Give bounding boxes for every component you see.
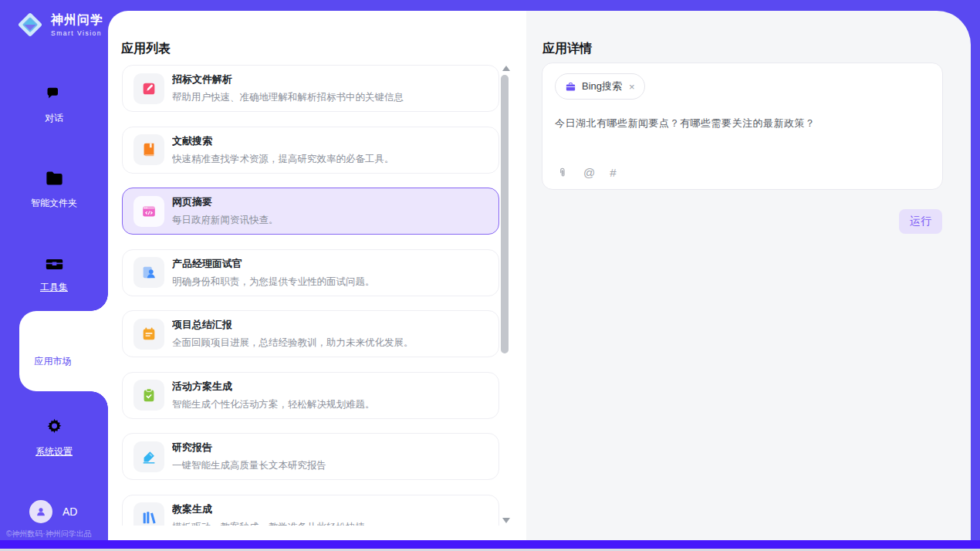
toolbox-icon <box>44 252 65 273</box>
app-list: 招标文件解析帮助用户快速、准确地理解和解析招标书中的关键信息文献搜索快速精准查找… <box>122 65 499 526</box>
clipboard-check-icon <box>133 380 164 411</box>
app-list-panel: 应用列表 招标文件解析帮助用户快速、准确地理解和解析招标书中的关键信息文献搜索快… <box>108 11 526 540</box>
list-item-desc: 快速精准查找学术资源，提高研究效率的必备工具。 <box>172 153 394 166</box>
browser-icon <box>133 196 164 227</box>
sidebar-item-label: 系统设置 <box>0 445 108 458</box>
input-toolbar: @ # <box>556 166 617 179</box>
list-item-desc: 每日政府新闻资讯快查。 <box>172 214 279 227</box>
list-item-title: 产品经理面试官 <box>172 257 375 271</box>
edit-doc-icon <box>133 73 164 104</box>
at-icon[interactable]: @ <box>583 166 595 179</box>
list-item-text: 招标文件解析帮助用户快速、准确地理解和解析招标书中的关键信息 <box>172 73 404 104</box>
list-item[interactable]: 活动方案生成智能生成个性化活动方案，轻松解决规划难题。 <box>122 372 499 419</box>
list-item-text: 教案生成模板驱动，教案秒成，教学准备从此轻松快捷 <box>172 502 365 526</box>
list-item[interactable]: 网页摘要每日政府新闻资讯快查。 <box>122 188 499 235</box>
gear-icon <box>44 417 65 438</box>
sidebar-item-label: 对话 <box>0 112 108 125</box>
user-name: AD <box>63 505 77 518</box>
list-item-desc: 明确身份和职责，为您提供专业性的面试问题。 <box>172 276 375 289</box>
sidebar-item-label: 应用市场 <box>19 355 86 368</box>
brand-subtitle: Smart Vision <box>51 29 103 37</box>
list-item-title: 项目总结汇报 <box>172 318 414 332</box>
sidebar-item-chat[interactable]: 对话 <box>0 83 108 125</box>
briefcase-icon <box>565 81 576 93</box>
list-item-title: 活动方案生成 <box>172 380 375 394</box>
list-item-desc: 模板驱动，教案秒成，教学准备从此轻松快捷 <box>172 521 365 526</box>
list-item[interactable]: 项目总结汇报全面回顾项目进展，总结经验教训，助力未来优化发展。 <box>122 310 499 357</box>
sidebar-item-label: 智能文件夹 <box>0 197 108 210</box>
list-item[interactable]: 教案生成模板驱动，教案秒成，教学准备从此轻松快捷 <box>122 495 499 526</box>
sidebar-item-label: 工具集 <box>0 281 108 294</box>
sidebar-item-toolbox[interactable]: 工具集 <box>0 252 108 294</box>
sidebar-item-gear[interactable]: 系统设置 <box>0 417 108 458</box>
person-icon <box>34 505 48 519</box>
list-item-title: 研究报告 <box>172 441 326 455</box>
calendar-icon <box>133 319 164 350</box>
sidebar-item-cube[interactable]: 应用市场 <box>19 311 108 391</box>
list-item[interactable]: 研究报告一键智能生成高质量长文本研究报告 <box>122 433 499 480</box>
hash-icon[interactable]: # <box>610 166 616 179</box>
interview-icon <box>133 257 164 288</box>
brand-logo: 神州问学 Smart Vision <box>15 10 103 39</box>
list-item[interactable]: 招标文件解析帮助用户快速、准确地理解和解析招标书中的关键信息 <box>122 65 499 112</box>
book-icon <box>133 134 164 165</box>
report-icon <box>133 441 164 472</box>
sidebar: 神州问学 Smart Vision 对话智能文件夹工具集应用市场系统设置 AD … <box>0 0 108 540</box>
tag-close-icon[interactable]: × <box>629 81 635 93</box>
list-item-text: 网页摘要每日政府新闻资讯快查。 <box>172 195 279 227</box>
paperclip-icon[interactable] <box>556 167 569 179</box>
list-item[interactable]: 产品经理面试官明确身份和职责，为您提供专业性的面试问题。 <box>122 249 499 296</box>
brand-name: 神州问学 <box>51 12 103 29</box>
books-icon <box>133 502 164 526</box>
app-detail-panel: 应用详情 Bing搜索 × 今日湖北有哪些新闻要点？有哪些需要关注的最新政策？ … <box>526 11 971 540</box>
scrollbar-thumb[interactable] <box>501 75 509 353</box>
app-list-scrollbar[interactable] <box>500 64 509 525</box>
chat-icon <box>44 83 65 104</box>
cube-icon <box>42 324 65 347</box>
app-detail-title: 应用详情 <box>542 41 592 57</box>
list-item-desc: 全面回顾项目进展，总结经验教训，助力未来优化发展。 <box>172 336 414 350</box>
list-item[interactable]: 文献搜索快速精准查找学术资源，提高研究效率的必备工具。 <box>122 127 499 174</box>
prompt-input-card[interactable]: Bing搜索 × 今日湖北有哪些新闻要点？有哪些需要关注的最新政策？ @ # <box>542 63 943 190</box>
list-item-desc: 一键智能生成高质量长文本研究报告 <box>172 459 326 472</box>
query-text[interactable]: 今日湖北有哪些新闻要点？有哪些需要关注的最新政策？ <box>555 117 930 130</box>
tool-tag-bing[interactable]: Bing搜索 × <box>555 73 645 100</box>
list-item-text: 项目总结汇报全面回顾项目进展，总结经验教训，助力未来优化发展。 <box>172 318 414 350</box>
list-item-text: 研究报告一键智能生成高质量长文本研究报告 <box>172 441 326 472</box>
list-item-title: 网页摘要 <box>172 195 279 209</box>
list-item-desc: 帮助用户快速、准确地理解和解析招标书中的关键信息 <box>172 91 404 104</box>
list-item-title: 文献搜索 <box>172 134 394 148</box>
list-item-title: 教案生成 <box>172 502 365 516</box>
list-item-text: 产品经理面试官明确身份和职责，为您提供专业性的面试问题。 <box>172 257 375 289</box>
user-chip[interactable]: AD <box>29 500 77 523</box>
list-item-desc: 智能生成个性化活动方案，轻松解决规划难题。 <box>172 398 375 411</box>
sidebar-item-folder[interactable]: 智能文件夹 <box>0 168 108 210</box>
copyright: ©神州数码·神州问学出品 <box>0 529 123 539</box>
tool-tag-label: Bing搜索 <box>582 79 622 93</box>
app-list-title: 应用列表 <box>121 41 171 57</box>
brand-diamond-icon <box>15 10 45 39</box>
folder-icon <box>44 168 65 189</box>
list-item-title: 招标文件解析 <box>172 73 404 86</box>
list-item-text: 文献搜索快速精准查找学术资源，提高研究效率的必备工具。 <box>172 134 394 166</box>
scroll-down-icon[interactable] <box>502 518 510 523</box>
bottom-accent-bar <box>0 540 980 549</box>
run-button[interactable]: 运行 <box>899 209 942 234</box>
scroll-up-icon[interactable] <box>502 66 510 71</box>
list-item-text: 活动方案生成智能生成个性化活动方案，轻松解决规划难题。 <box>172 380 375 411</box>
avatar[interactable] <box>29 500 52 523</box>
main-area: 应用列表 招标文件解析帮助用户快速、准确地理解和解析招标书中的关键信息文献搜索快… <box>108 11 971 540</box>
